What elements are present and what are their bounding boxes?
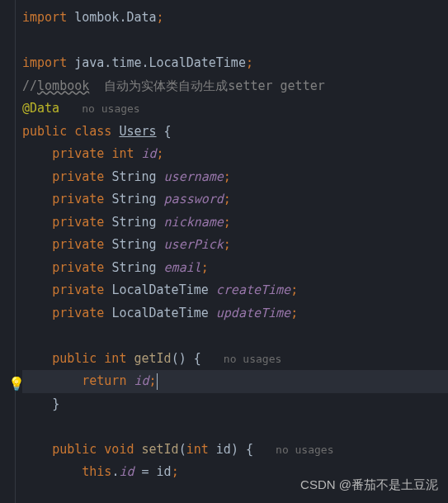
field-password: password: [164, 192, 224, 206]
code-area[interactable]: import lombok.Data; import java.time.Loc…: [16, 0, 448, 503]
field-userpick: userPick: [164, 237, 224, 252]
code-line[interactable]: import java.time.LocalDateTime;: [22, 52, 448, 75]
usage-hint: no usages: [276, 444, 333, 456]
code-line[interactable]: private LocalDateTime createTime;: [22, 279, 448, 302]
code-line-current[interactable]: 💡 return id;: [22, 370, 448, 393]
annotation-data: @Data: [22, 101, 59, 116]
code-line[interactable]: import lombok.Data;: [22, 7, 448, 30]
code-line-comment[interactable]: //lombook 自动为实体类自动生成setter getter: [22, 75, 448, 98]
field-nickname: nickname: [164, 215, 224, 230]
code-line[interactable]: public class Users {: [22, 121, 448, 144]
usage-hint: no usages: [82, 102, 139, 115]
code-line[interactable]: @Data no usages: [22, 97, 448, 121]
code-line[interactable]: private String userPick;: [22, 234, 448, 257]
field-updatetime: updateTime: [216, 306, 290, 320]
code-line[interactable]: public int getId() { no usages: [22, 348, 448, 371]
field-createtime: createTime: [216, 282, 290, 297]
class-name: Users: [119, 124, 156, 139]
code-line[interactable]: [22, 325, 448, 348]
code-line[interactable]: }: [22, 393, 448, 416]
code-line[interactable]: public void setId(int id) { no usages: [22, 439, 448, 462]
code-editor[interactable]: import lombok.Data; import java.time.Loc…: [0, 0, 448, 503]
lightbulb-icon[interactable]: 💡: [8, 373, 25, 396]
code-line[interactable]: private String nickname;: [22, 211, 448, 235]
code-line[interactable]: this.id = id;: [22, 461, 448, 484]
field-email: email: [164, 260, 201, 275]
code-line[interactable]: private String password;: [22, 188, 448, 211]
text-cursor: [157, 373, 158, 390]
method-getid: getId: [134, 351, 171, 366]
method-setid: setId: [142, 442, 179, 457]
code-line[interactable]: private String username;: [22, 166, 448, 189]
code-line[interactable]: [22, 415, 448, 439]
gutter: [0, 0, 16, 503]
package: lombok: [67, 10, 119, 25]
usage-hint: no usages: [224, 353, 281, 365]
comment-link: lombook: [37, 78, 89, 93]
keyword-import: import: [22, 10, 67, 25]
code-line[interactable]: private LocalDateTime updateTime;: [22, 302, 448, 325]
field-username: username: [164, 169, 224, 184]
code-line[interactable]: [22, 30, 448, 53]
code-line[interactable]: private String email;: [22, 257, 448, 280]
code-line[interactable]: private int id;: [22, 143, 448, 166]
field-id: id: [142, 146, 157, 161]
